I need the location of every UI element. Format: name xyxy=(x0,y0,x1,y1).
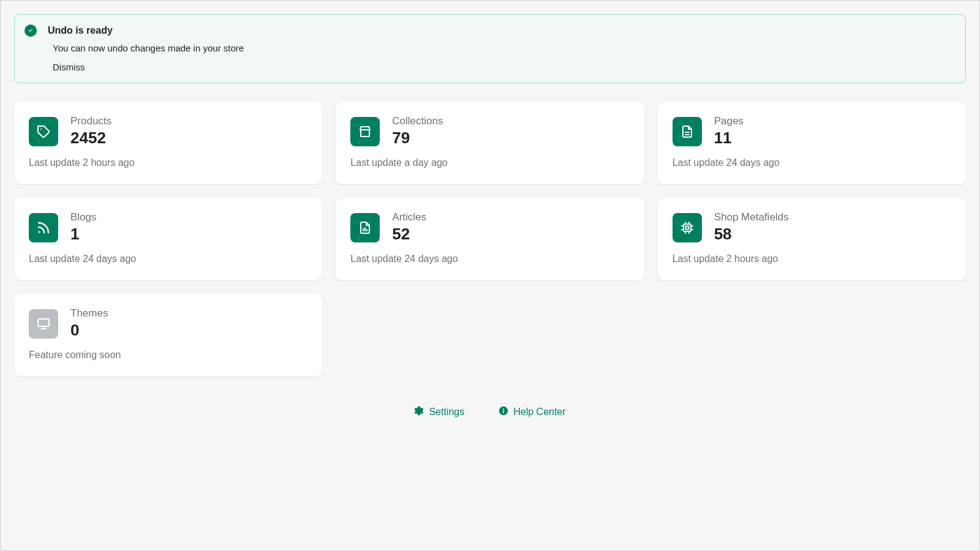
cards-grid: Products2452Last update 2 hours agoColle… xyxy=(14,102,966,377)
settings-label: Settings xyxy=(429,407,464,418)
card-subtext: Last update 2 hours ago xyxy=(673,253,951,264)
card-shop-metafields[interactable]: Shop Metafields58Last update 2 hours ago xyxy=(658,198,966,280)
card-label: Shop Metafields xyxy=(714,211,789,223)
card-head: Collections79 xyxy=(350,115,629,148)
settings-link[interactable]: Settings xyxy=(414,406,464,418)
card-articles[interactable]: Articles52Last update 24 days ago xyxy=(336,198,644,280)
tag-icon xyxy=(29,117,58,146)
card-subtext: Last update 24 days ago xyxy=(673,157,951,168)
document-chart-icon xyxy=(350,213,380,242)
banner-description: You can now undo changes made in your st… xyxy=(53,43,956,53)
card-label: Products xyxy=(70,115,111,127)
help-label: Help Center xyxy=(513,407,565,418)
card-label: Blogs xyxy=(70,211,97,223)
card-value: 79 xyxy=(392,129,443,148)
page-icon xyxy=(673,117,702,146)
card-value: 58 xyxy=(714,225,789,244)
notification-banner: Undo is ready You can now undo changes m… xyxy=(14,14,966,83)
card-head: Blogs1 xyxy=(29,211,307,244)
svg-point-3 xyxy=(39,231,40,233)
card-subtext: Last update 24 days ago xyxy=(29,253,307,264)
check-circle-icon xyxy=(24,24,37,37)
banner-title: Undo is ready xyxy=(48,25,113,36)
card-pages[interactable]: Pages11Last update 24 days ago xyxy=(658,102,966,184)
svg-point-22 xyxy=(503,408,504,410)
card-text: Themes0 xyxy=(70,307,108,340)
card-value: 2452 xyxy=(70,129,111,148)
footer-links: Settings Help Center xyxy=(14,406,966,418)
svg-point-0 xyxy=(40,129,42,130)
dismiss-button[interactable]: Dismiss xyxy=(53,62,85,72)
card-blogs[interactable]: Blogs1Last update 24 days ago xyxy=(14,198,322,280)
card-subtext: Last update 24 days ago xyxy=(350,253,629,264)
svg-rect-21 xyxy=(503,410,504,413)
card-head: Products2452 xyxy=(29,115,307,148)
card-text: Blogs1 xyxy=(70,211,97,244)
card-themes[interactable]: Themes0Feature coming soon xyxy=(14,294,322,377)
rss-icon xyxy=(29,213,58,242)
card-text: Pages11 xyxy=(714,115,744,148)
svg-rect-17 xyxy=(38,319,49,326)
banner-header: Undo is ready xyxy=(24,24,956,37)
card-value: 11 xyxy=(714,129,744,148)
card-label: Themes xyxy=(70,307,108,320)
card-products[interactable]: Products2452Last update 2 hours ago xyxy=(14,102,322,184)
card-text: Articles52 xyxy=(392,211,426,244)
card-text: Products2452 xyxy=(70,115,111,148)
svg-rect-7 xyxy=(684,224,691,231)
card-head: Themes0 xyxy=(29,307,307,340)
card-head: Articles52 xyxy=(350,211,629,244)
card-label: Collections xyxy=(392,115,443,127)
svg-rect-8 xyxy=(685,226,688,229)
card-label: Pages xyxy=(714,115,744,127)
card-text: Shop Metafields58 xyxy=(714,211,789,244)
storefront-icon xyxy=(350,117,380,146)
card-subtext: Feature coming soon xyxy=(29,350,307,361)
card-head: Shop Metafields58 xyxy=(673,211,951,244)
card-value: 0 xyxy=(70,321,108,340)
card-value: 1 xyxy=(70,225,97,244)
card-text: Collections79 xyxy=(392,115,443,148)
gear-icon xyxy=(414,406,424,418)
help-link[interactable]: Help Center xyxy=(499,406,565,418)
card-subtext: Last update 2 hours ago xyxy=(29,157,307,168)
card-head: Pages11 xyxy=(673,115,951,148)
card-label: Articles xyxy=(392,211,426,223)
monitor-icon xyxy=(29,309,58,339)
card-subtext: Last update a day ago xyxy=(350,157,629,168)
chip-icon xyxy=(673,213,702,242)
info-circle-icon xyxy=(499,406,508,418)
card-value: 52 xyxy=(392,225,426,244)
card-collections[interactable]: Collections79Last update a day ago xyxy=(336,102,644,184)
